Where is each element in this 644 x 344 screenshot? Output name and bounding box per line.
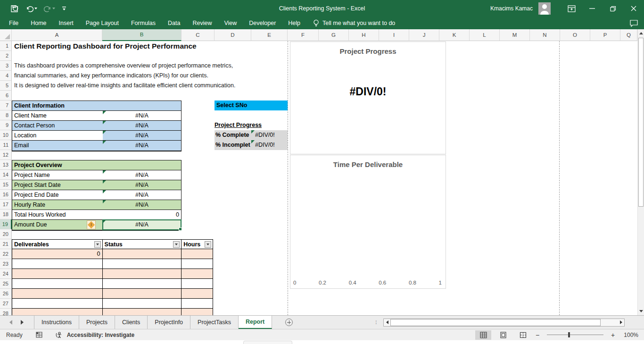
ribbon-tab-data[interactable]: Data [162, 17, 186, 29]
horizontal-scrollbar[interactable] [383, 319, 625, 327]
table-cell[interactable] [103, 269, 182, 279]
normal-view-button[interactable] [475, 330, 491, 340]
undo-button[interactable] [26, 5, 37, 12]
table-cell[interactable]: 0 [12, 249, 103, 259]
row-header-28[interactable]: 28 [0, 309, 12, 315]
ribbon-tab-help[interactable]: Help [282, 17, 306, 29]
restore-button[interactable] [603, 0, 623, 17]
row-header-9[interactable]: 9 [0, 120, 12, 130]
table-cell[interactable] [182, 269, 213, 279]
row-header-24[interactable]: 24 [0, 269, 12, 279]
accessibility-icon[interactable] [56, 331, 63, 338]
column-header-o[interactable]: O [560, 29, 590, 41]
table-cell[interactable] [103, 309, 182, 315]
column-header-j[interactable]: J [409, 29, 439, 41]
scroll-right-icon[interactable] [618, 319, 624, 326]
ribbon-tab-home[interactable]: Home [25, 17, 52, 29]
row-header-12[interactable]: 12 [0, 150, 12, 160]
row-header-26[interactable]: 26 [0, 289, 12, 299]
column-header-q[interactable]: Q [620, 29, 637, 41]
ribbon-tab-view[interactable]: View [218, 17, 243, 29]
tell-me-box[interactable]: Tell me what you want to do [313, 19, 395, 27]
zoom-out-button[interactable]: − [535, 331, 540, 339]
row-header-10[interactable]: 10 [0, 130, 12, 140]
row-header-23[interactable]: 23 [0, 259, 12, 269]
sheet-canvas[interactable]: 1234567891011121314151617181920212223242… [0, 41, 637, 315]
sheet-tab-projects[interactable]: Projects [79, 316, 115, 329]
save-icon[interactable] [10, 5, 19, 13]
cell-project-name-label[interactable]: Project Name [12, 170, 103, 180]
horizontal-scrollbar-thumb[interactable] [390, 319, 601, 326]
close-button[interactable] [623, 0, 644, 17]
ribbon-display-options-button[interactable] [561, 0, 582, 17]
cell-hourly-rate-label[interactable]: Hourly Rate [12, 200, 103, 210]
tabstrip-resize-handle[interactable]: ⁞ [375, 320, 377, 325]
cell-email-label[interactable]: Email [12, 141, 103, 151]
cell-project-start-date-label[interactable]: Project Start Date [12, 180, 103, 190]
cell-location-value[interactable]: #N/A [103, 131, 181, 140]
sheet-tab-projecttasks[interactable]: ProjectTasks [190, 316, 239, 329]
ribbon-tab-review[interactable]: Review [186, 17, 218, 29]
row-header-1[interactable]: 1 [0, 41, 12, 51]
project-overview-header[interactable]: Project Overview [12, 160, 181, 170]
project-progress-chart[interactable]: Project Progress #DIV/0! [290, 42, 446, 154]
cell-a3-description[interactable]: This dashboard provides a comprehensive … [14, 61, 233, 71]
table-cell[interactable] [103, 259, 182, 269]
row-header-2[interactable]: 2 [0, 51, 12, 61]
ribbon-tab-file[interactable]: File [3, 17, 25, 29]
user-name[interactable]: Kmacims Kamac [490, 5, 533, 12]
row-header-21[interactable]: 21 [0, 239, 12, 249]
row-header-20[interactable]: 20 [0, 229, 12, 239]
sheet-tab-projectinfo[interactable]: ProjectInfo [148, 316, 190, 329]
filter-dropdown-icon[interactable] [205, 241, 211, 248]
vertical-scrollbar-thumb[interactable] [638, 38, 644, 207]
cell-project-end-date-label[interactable]: Project End Date [12, 190, 103, 200]
row-header-16[interactable]: 16 [0, 190, 12, 200]
minimize-button[interactable] [582, 0, 603, 17]
column-header-status[interactable]: Status [103, 240, 182, 249]
row-header-22[interactable]: 22 [0, 249, 12, 259]
column-header-hours[interactable]: Hours [182, 240, 213, 249]
row-header-7[interactable]: 7 [0, 101, 12, 110]
table-cell[interactable] [182, 259, 213, 269]
error-checking-button[interactable]: ! [87, 220, 96, 229]
user-avatar[interactable] [538, 2, 551, 15]
row-header-14[interactable]: 14 [0, 170, 12, 180]
cell-project-end-date-value[interactable]: #N/A [103, 190, 181, 200]
row-header-13[interactable]: 13 [0, 160, 12, 170]
column-header-c[interactable]: C [182, 29, 215, 41]
customize-qat-button[interactable] [62, 5, 66, 12]
zoom-slider-thumb[interactable] [568, 332, 570, 337]
prev-sheet-icon[interactable] [9, 320, 12, 325]
page-layout-view-button[interactable] [495, 330, 511, 340]
column-header-b[interactable]: B [102, 29, 182, 41]
row-header-27[interactable]: 27 [0, 299, 12, 309]
page-break-preview-button[interactable] [515, 330, 531, 340]
table-cell[interactable] [103, 299, 182, 309]
zoom-in-button[interactable]: + [610, 331, 616, 339]
table-cell[interactable] [103, 249, 182, 259]
new-sheet-button[interactable] [285, 319, 293, 326]
table-cell[interactable] [182, 299, 213, 309]
ribbon-tab-developer[interactable]: Developer [243, 17, 282, 29]
zoom-slider[interactable] [547, 335, 603, 335]
column-header-g[interactable]: G [319, 29, 349, 41]
cell-total-hours-worked-value[interactable]: 0 [103, 210, 181, 219]
accessibility-status[interactable]: Accessibility: Investigate [67, 332, 134, 338]
ribbon-tab-insert[interactable]: Insert [53, 17, 80, 29]
cell-percent-incomplete-value[interactable]: #DIV/0! [251, 140, 275, 150]
column-header-m[interactable]: M [500, 29, 530, 41]
row-header-5[interactable]: 5 [0, 81, 12, 91]
column-header-h[interactable]: H [349, 29, 379, 41]
vertical-scrollbar[interactable] [637, 29, 644, 315]
row-header-11[interactable]: 11 [0, 140, 12, 150]
row-header-15[interactable]: 15 [0, 180, 12, 190]
ribbon-tab-formulas[interactable]: Formulas [125, 17, 162, 29]
table-cell[interactable] [103, 279, 182, 289]
cell-a1-dashboard-title[interactable]: Client Reporting Dashboard for Project P… [14, 41, 197, 51]
filter-dropdown-icon[interactable] [94, 241, 101, 248]
table-cell[interactable] [182, 309, 213, 315]
undo-dropdown-icon[interactable] [34, 8, 37, 9]
cell-location-label[interactable]: Location [12, 131, 103, 140]
row-header-19[interactable]: 19 [0, 219, 12, 229]
